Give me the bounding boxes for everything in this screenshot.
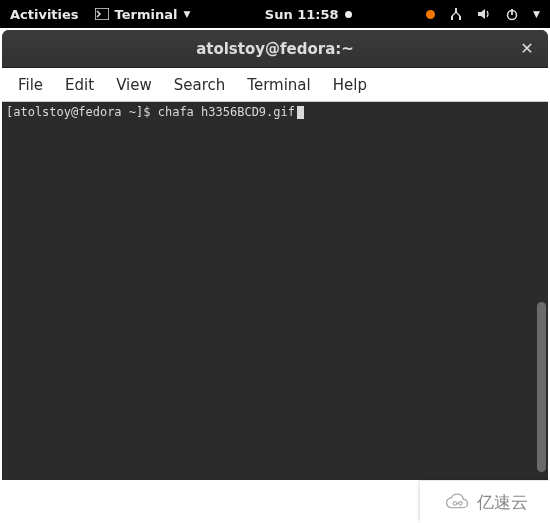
menubar: File Edit View Search Terminal Help: [2, 68, 548, 102]
chevron-down-icon[interactable]: ▼: [533, 9, 540, 19]
terminal-command: chafa h3356BCD9.gif: [158, 105, 295, 119]
svg-rect-0: [95, 8, 109, 20]
terminal-cursor-icon: [297, 106, 304, 119]
window-title: atolstoy@fedora:~: [196, 40, 354, 58]
menu-search[interactable]: Search: [164, 72, 236, 98]
close-button[interactable]: ✕: [516, 38, 538, 60]
clock-label: Sun 11:58: [265, 7, 339, 22]
terminal-content[interactable]: [atolstoy@fedora ~]$ chafa h3356BCD9.gif: [2, 102, 548, 480]
topbar-left: Activities Terminal ▼: [10, 7, 190, 22]
watermark: 亿速云: [420, 481, 550, 523]
scroll-thumb[interactable]: [537, 302, 546, 472]
topbar-center[interactable]: Sun 11:58: [206, 7, 410, 22]
svg-rect-3: [459, 16, 461, 20]
terminal-window: atolstoy@fedora:~ ✕ File Edit View Searc…: [2, 30, 548, 480]
cloud-icon: [443, 492, 471, 512]
power-icon[interactable]: [505, 7, 519, 21]
window-titlebar[interactable]: atolstoy@fedora:~ ✕: [2, 30, 548, 68]
svg-point-6: [453, 502, 457, 506]
chevron-down-icon: ▼: [183, 9, 190, 19]
close-icon: ✕: [520, 39, 533, 58]
menu-edit[interactable]: Edit: [55, 72, 104, 98]
gnome-topbar: Activities Terminal ▼ Sun 11:58 ▼: [0, 0, 550, 28]
terminal-app-icon: [95, 8, 109, 20]
svg-rect-1: [455, 8, 457, 12]
activities-button[interactable]: Activities: [10, 7, 79, 22]
topbar-right: ▼: [426, 7, 540, 21]
status-dot-icon[interactable]: [426, 10, 435, 19]
menu-file[interactable]: File: [8, 72, 53, 98]
app-menu-label: Terminal: [115, 7, 178, 22]
menu-view[interactable]: View: [106, 72, 162, 98]
svg-point-7: [458, 502, 462, 506]
network-icon[interactable]: [449, 7, 463, 21]
volume-icon[interactable]: [477, 7, 491, 21]
app-menu[interactable]: Terminal ▼: [95, 7, 191, 22]
menu-help[interactable]: Help: [323, 72, 377, 98]
watermark-text: 亿速云: [477, 491, 528, 514]
scrollbar[interactable]: [534, 102, 548, 480]
notification-dot-icon: [345, 11, 352, 18]
svg-rect-2: [451, 16, 453, 20]
menu-terminal[interactable]: Terminal: [237, 72, 320, 98]
terminal-prompt: [atolstoy@fedora ~]$: [6, 105, 158, 119]
